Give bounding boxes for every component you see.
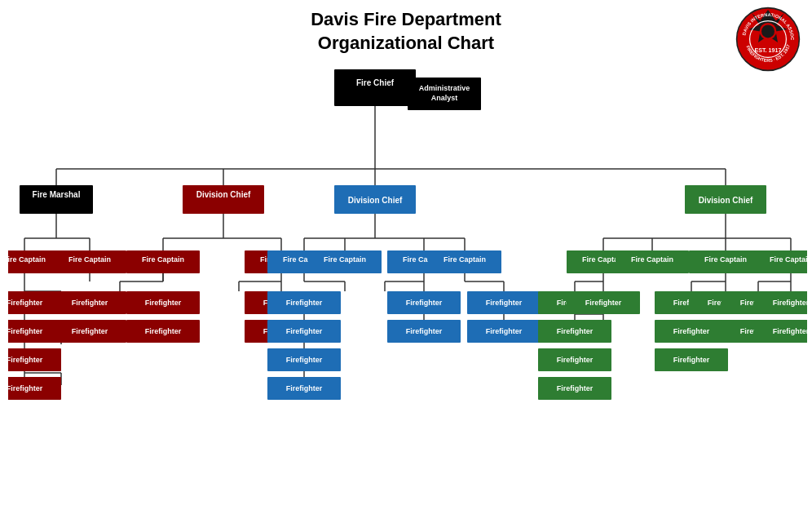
page-container: DAVIS INTERNATIONAL ASSOCIATION FIREFIGH…: [0, 0, 812, 523]
svg-text:Fire Captain: Fire Captain: [8, 255, 46, 264]
page-title: Davis Fire Department Organizational Cha…: [8, 8, 804, 55]
svg-text:Firefighter: Firefighter: [72, 299, 108, 307]
svg-text:Firefighter: Firefighter: [557, 384, 594, 392]
svg-text:Firefighter: Firefighter: [286, 299, 323, 307]
svg-text:Firefighter: Firefighter: [585, 299, 622, 307]
svg-text:Analyst: Analyst: [431, 94, 458, 102]
svg-text:Fire Captain: Fire Captain: [631, 255, 673, 264]
svg-text:Administrative: Administrative: [419, 84, 470, 92]
svg-text:Firefighter: Firefighter: [486, 299, 523, 307]
svg-text:Firefighter: Firefighter: [145, 299, 182, 307]
svg-text:Firefighter: Firefighter: [673, 356, 710, 364]
svg-text:Firefighter: Firefighter: [486, 327, 523, 335]
svg-text:Fire Captain: Fire Captain: [704, 255, 747, 264]
svg-text:Fire Captain: Fire Captain: [324, 255, 366, 264]
svg-text:Firefighter: Firefighter: [145, 327, 182, 335]
svg-text:Firefighter: Firefighter: [406, 299, 443, 307]
svg-text:Division Chief: Division Chief: [196, 190, 251, 199]
svg-text:Firefighter: Firefighter: [8, 384, 43, 392]
title-area: Davis Fire Department Organizational Cha…: [8, 8, 804, 55]
svg-text:Fire Captain: Fire Captain: [770, 255, 807, 264]
org-chart: Fire Chief Administrative Analyst Fire M…: [8, 63, 807, 512]
svg-text:Division Chief: Division Chief: [699, 196, 753, 205]
svg-point-3: [761, 24, 774, 38]
svg-text:Firefighter: Firefighter: [72, 327, 108, 335]
svg-text:Firefighter: Firefighter: [8, 356, 43, 364]
svg-text:Firefighter: Firefighter: [286, 327, 323, 335]
svg-text:Firefighter: Firefighter: [773, 327, 807, 335]
svg-text:Firefighter: Firefighter: [406, 327, 443, 335]
svg-text:Firefighter: Firefighter: [286, 356, 323, 364]
svg-text:Firefighter: Firefighter: [8, 327, 43, 335]
svg-text:Fire Marshal: Fire Marshal: [33, 190, 81, 199]
svg-rect-76: [334, 69, 416, 106]
svg-text:Fire Captain: Fire Captain: [444, 255, 486, 264]
svg-text:Fire Chief: Fire Chief: [356, 78, 395, 87]
svg-text:Fire Captain: Fire Captain: [68, 255, 111, 264]
svg-text:Firefighter: Firefighter: [8, 299, 43, 307]
svg-text:Firefighter: Firefighter: [557, 356, 594, 364]
svg-text:Firefighter: Firefighter: [673, 327, 710, 335]
svg-text:Firefighter: Firefighter: [286, 384, 323, 392]
logo-area: DAVIS INTERNATIONAL ASSOCIATION FIREFIGH…: [735, 7, 801, 75]
svg-text:Fire Captain: Fire Captain: [142, 255, 184, 264]
svg-text:EST. 1917: EST. 1917: [754, 47, 781, 54]
svg-text:Firefighter: Firefighter: [773, 299, 807, 307]
svg-text:Firefighter: Firefighter: [557, 327, 594, 335]
svg-text:Division Chief: Division Chief: [348, 196, 403, 205]
